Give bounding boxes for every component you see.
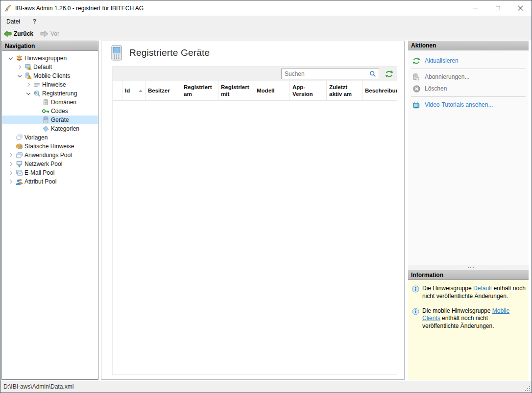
search-button[interactable] <box>367 69 379 79</box>
table-header-modell[interactable]: Modell <box>254 81 290 100</box>
sidebar-item-attribut-pool[interactable]: Attribut Pool <box>2 177 98 186</box>
mobile-clients-icon <box>24 72 32 80</box>
action-loeschen: Löschen <box>408 83 529 94</box>
sidebar-item-kategorien[interactable]: Kategorien <box>2 124 98 133</box>
app-window: IBI-aws Admin 1.26.0 - registriert für I… <box>0 0 532 393</box>
right-panel: Aktionen Aktualisieren <box>408 41 529 380</box>
info-text: Die Hinweisgruppe Default enthält noch n… <box>422 285 526 301</box>
table-header-registriert-mit[interactable]: Registriert mit <box>218 81 254 100</box>
sidebar-item-label: Codes <box>50 108 68 115</box>
actions-separator <box>411 96 526 97</box>
notices-icon <box>32 81 41 89</box>
forward-button-label: Vor <box>50 30 59 37</box>
maximize-icon <box>496 6 500 10</box>
refresh-button[interactable] <box>385 70 393 78</box>
navigation-tree: Hinweisgruppen Default <box>2 51 98 379</box>
devices-icon <box>41 116 50 124</box>
sidebar-item-email-pool[interactable]: E-Mail Pool <box>2 168 98 177</box>
chevron-spacer <box>33 125 41 133</box>
sidebar-item-label: Registrierung <box>41 90 77 97</box>
video-tutorials-icon <box>412 101 421 109</box>
sort-ascending-icon <box>139 90 143 92</box>
sidebar-item-vorlagen[interactable]: Vorlagen <box>2 133 98 142</box>
actions-panel-header: Aktionen <box>408 41 529 50</box>
action-video-tutorials[interactable]: Video-Tutorials ansehen... <box>408 99 529 111</box>
sidebar-item-label: Anwendungs Pool <box>24 152 72 159</box>
sidebar-item-label: Mobile Clients <box>32 72 70 79</box>
chevron-collapsed-icon[interactable] <box>24 81 32 89</box>
chevron-spacer <box>33 116 41 124</box>
action-abonnierungen: Abonnierungen... <box>408 71 529 83</box>
delete-icon <box>412 85 421 92</box>
search-box <box>281 69 379 79</box>
page-title-row: Registrierte Geräte <box>111 45 210 61</box>
actions-list: Aktualisieren Abonnierungen... <box>408 50 529 265</box>
actions-separator <box>411 69 526 69</box>
resize-grip[interactable] <box>525 386 530 391</box>
table-header-id[interactable]: Id <box>122 81 145 100</box>
info-item-default: Die Hinweisgruppe Default enthält noch n… <box>412 285 526 301</box>
table-header-besitzer[interactable]: Besitzer <box>145 81 181 100</box>
chevron-collapsed-icon[interactable] <box>16 63 24 71</box>
information-panel: Die Hinweisgruppe Default enthält noch n… <box>408 280 529 380</box>
sidebar-item-anwendungs-pool[interactable]: Anwendungs Pool <box>2 151 98 160</box>
registration-icon <box>32 90 41 97</box>
sidebar-item-codes[interactable]: Codes <box>2 107 98 116</box>
sidebar-item-hinweise[interactable]: Hinweise <box>2 80 98 89</box>
categories-icon <box>41 125 50 133</box>
navigation-panel-header: Navigation <box>2 41 98 51</box>
table-header-empty[interactable] <box>113 81 122 100</box>
maximize-button[interactable] <box>486 0 509 16</box>
search-input[interactable] <box>282 69 367 78</box>
minimize-icon <box>473 8 478 8</box>
table-header-registriert-am[interactable]: Registriert am <box>181 81 218 100</box>
chevron-collapsed-icon[interactable] <box>7 151 15 159</box>
chevron-expanded-icon[interactable] <box>7 54 15 62</box>
menu-item-datei[interactable]: Datei <box>6 18 20 25</box>
sidebar-item-default[interactable]: Default <box>2 63 98 71</box>
chevron-spacer <box>7 134 15 141</box>
panel-splitter-handle[interactable] <box>408 265 529 270</box>
sidebar-item-domaenen[interactable]: Domänen <box>2 98 98 107</box>
table-header-row: Id Besitzer Registriert am Registriert m… <box>113 81 397 101</box>
back-button[interactable]: Zurück <box>3 30 33 37</box>
subscriptions-icon <box>412 73 421 81</box>
sidebar-item-registrierung[interactable]: Registrierung <box>2 89 98 98</box>
sidebar-item-hinweisgruppen[interactable]: Hinweisgruppen <box>2 54 98 63</box>
chevron-collapsed-icon[interactable] <box>7 178 15 185</box>
info-icon <box>412 285 419 301</box>
minimize-button[interactable] <box>464 0 486 16</box>
sidebar-item-label: Hinweisgruppen <box>24 55 67 62</box>
table-body-empty[interactable] <box>113 101 397 374</box>
splitter-dots-icon <box>468 267 469 268</box>
menu-item-help[interactable]: ? <box>33 18 36 25</box>
page-title: Registrierte Geräte <box>129 47 210 58</box>
status-bar-path: D:\IBI-aws\Admin\Data.xml <box>3 383 73 390</box>
forward-button[interactable]: Vor <box>40 30 59 37</box>
chevron-spacer <box>33 107 41 115</box>
chevron-expanded-icon[interactable] <box>24 90 32 97</box>
sidebar-item-mobile-clients[interactable]: Mobile Clients <box>2 71 98 80</box>
action-aktualisieren[interactable]: Aktualisieren <box>408 55 529 67</box>
table-header-app-version[interactable]: App-Version <box>290 81 327 100</box>
chevron-spacer <box>7 142 15 150</box>
close-icon <box>518 5 523 11</box>
table-header-beschreibung[interactable]: Beschreibung <box>363 81 397 100</box>
sidebar-item-geraete[interactable]: Geräte <box>2 116 98 124</box>
chevron-collapsed-icon[interactable] <box>7 169 15 177</box>
forward-arrow-icon <box>40 30 48 37</box>
sidebar-item-label: Statische Hinweise <box>24 143 74 150</box>
info-text: Die mobile Hinweisgruppe Mobile Clients … <box>422 307 526 330</box>
sidebar-item-statische-hinweise[interactable]: Statische Hinweise <box>2 142 98 151</box>
registered-devices-icon <box>111 45 122 61</box>
app-logo-icon <box>4 4 12 12</box>
close-button[interactable] <box>509 0 532 16</box>
content-area: Navigation Hinweisgruppen <box>0 40 532 380</box>
chevron-collapsed-icon[interactable] <box>7 160 15 168</box>
info-link-default[interactable]: Default <box>473 285 492 292</box>
sidebar-item-netzwerk-pool[interactable]: Netzwerk Pool <box>2 160 98 168</box>
table-header-zuletzt-aktiv-am[interactable]: Zuletzt aktiv am <box>327 81 363 100</box>
window-title: IBI-aws Admin 1.26.0 - registriert für I… <box>15 5 144 12</box>
search-icon <box>369 70 376 77</box>
chevron-expanded-icon[interactable] <box>16 72 24 80</box>
